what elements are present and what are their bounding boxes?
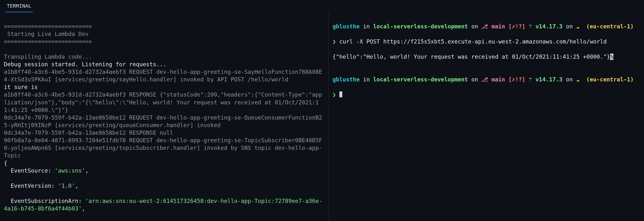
ghost-icon: ⚚ [526, 23, 536, 30]
eol-marker: % [610, 54, 614, 60]
log-it-sure-is: it sure is [4, 84, 38, 90]
branch-icon: ⎇ [482, 23, 488, 30]
left-terminal-pane[interactable]: ========================== Starting Live… [0, 12, 328, 221]
command-line-1: ❯ curl -X POST https://f215s5xbt5.execut… [332, 38, 640, 46]
prompt-user: gblusthe [332, 23, 360, 30]
prompt-symbol: ❯ [332, 38, 339, 45]
evver-key: EventVersion: [4, 182, 58, 189]
curl-output: {"hello":"Hello, world! Your request was… [332, 54, 610, 60]
output-line-1: {"hello":"Hello, world! Your request was… [332, 53, 640, 61]
prompt-region: (eu-central-1) [583, 23, 634, 30]
evsrc-key: EventSource: [4, 168, 55, 174]
log-transpiling: Transpiling Lambda code... [4, 54, 92, 60]
banner-text: Starting Live Lambda Dev [4, 31, 88, 37]
log-response-1: a1b8ff40-a3c6-4be5-931d-d2732a4aebf3 RES… [4, 92, 322, 113]
log-request-1: a1b8ff40-a3c6-4be5-931d-d2732a4aebf3 REQ… [4, 69, 322, 83]
cloud-icon: ☁ [576, 23, 583, 30]
obj-open: { [4, 160, 7, 166]
log-request-2: 0dc34a7e-7079-559f-b42a-13ae8658be12 REQ… [4, 114, 322, 128]
tab-terminal[interactable]: TERMINAL [6, 0, 33, 12]
workspace: ========================== Starting Live… [0, 12, 644, 221]
prompt-line-2: gblusthe in local-serverless-development… [332, 76, 640, 83]
right-terminal-pane[interactable]: gblusthe in local-serverless-development… [328, 12, 644, 221]
evver-val: '1.0' [58, 182, 75, 189]
cursor [339, 92, 342, 97]
evsub-key: EventSubscriptionArn: [4, 198, 85, 204]
banner-rule: ========================== [4, 38, 92, 45]
prompt-node: v14.17.3 [536, 23, 562, 30]
evsrc-val: 'aws:sns' [55, 168, 85, 174]
prompt-branch-flags: [✗!?] [508, 23, 525, 30]
prompt-line-1: gblusthe in local-serverless-development… [332, 23, 640, 30]
log-debug-started: Debug session started. Listening for req… [4, 61, 166, 68]
command-line-2[interactable]: ❯ [332, 91, 640, 98]
curl-command: curl -X POST https://f215s5xbt5.execute-… [339, 38, 607, 45]
log-response-2: 0dc34a7e-7079-559f-b42a-13ae8658be12 RES… [4, 130, 173, 136]
prompt-dir: local-serverless-development [373, 23, 468, 30]
banner-rule: ========================== [4, 23, 92, 30]
prompt-branch: main [488, 23, 508, 30]
log-request-3: 90fb8a7a-0e04-4871-8993-7204e51fdb78 REQ… [4, 137, 322, 159]
tab-bar: TERMINAL [0, 0, 644, 12]
